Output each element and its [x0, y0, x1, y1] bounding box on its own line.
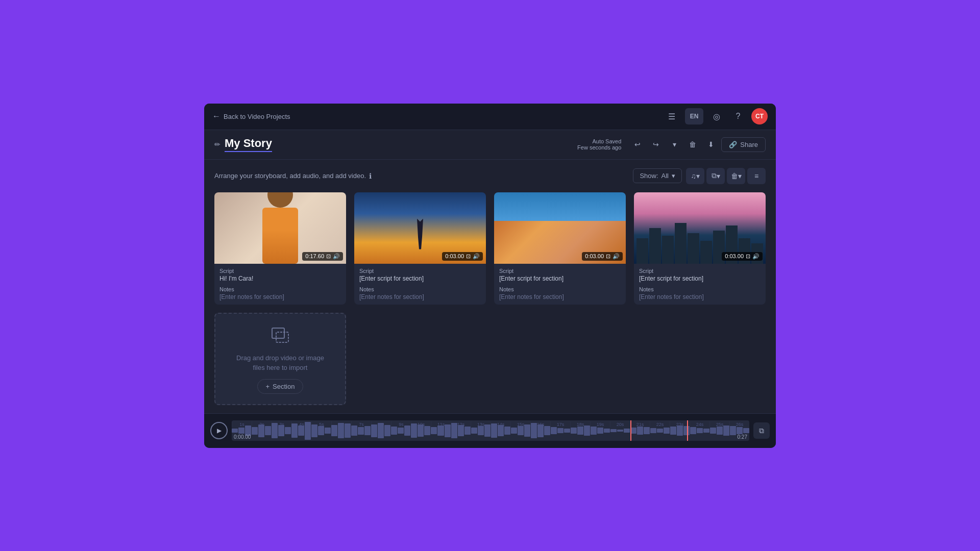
card-media-2: 0:03.00 ⊡ 🔊 — [354, 192, 486, 264]
add-section-label: Section — [273, 383, 295, 390]
play-button[interactable]: ▶ — [210, 422, 228, 439]
drop-zone-icon — [270, 324, 290, 347]
card-duration-2: 0:03.00 ⊡ 🔊 — [442, 252, 483, 261]
time-start: 0:00.00 — [234, 434, 251, 440]
auto-saved-label: Auto Saved — [577, 138, 621, 144]
history-dropdown-button[interactable]: ▾ — [666, 136, 682, 153]
language-button[interactable]: EN — [685, 108, 703, 124]
time-end: 0:27 — [738, 434, 747, 440]
script-label-1: Script — [219, 268, 341, 274]
card-duration-3: 0:03.00 ⊡ 🔊 — [582, 252, 623, 261]
back-label: Back to Video Projects — [224, 113, 290, 120]
show-label: Show: — [640, 172, 658, 180]
script-value-3[interactable]: [Enter script for section] — [499, 275, 621, 282]
download-icon: ⬇ — [708, 140, 714, 148]
trash-button[interactable]: 🗑▾ — [727, 168, 745, 184]
auto-saved-info: Auto Saved Few seconds ago — [577, 138, 621, 151]
card-media-4: 0:03.00 ⊡ 🔊 — [634, 192, 766, 264]
duration-value-4: 0:03.00 — [725, 253, 744, 259]
building-1 — [636, 238, 648, 264]
section-card-3[interactable]: 0:03.00 ⊡ 🔊 Script [Enter script for sec… — [494, 192, 626, 305]
volume-icon-3: 🔊 — [612, 253, 620, 260]
undo-icon: ↩ — [634, 140, 641, 148]
card-body-1: Script Hi! I'm Cara! Notes [Enter notes … — [214, 264, 346, 305]
section-card-2[interactable]: 0:03.00 ⊡ 🔊 Script [Enter script for sec… — [354, 192, 486, 305]
auto-saved-time: Few seconds ago — [577, 144, 621, 151]
back-to-projects-link[interactable]: ← Back to Video Projects — [212, 112, 290, 121]
lang-label: EN — [690, 113, 699, 120]
dropdown-icon: ▾ — [673, 140, 676, 148]
duration-value-1: 0:17.60 — [305, 253, 324, 259]
notes-label-4: Notes — [639, 286, 761, 292]
redo-button[interactable]: ↪ — [648, 136, 664, 153]
duration-value-3: 0:03.00 — [585, 253, 604, 259]
duration-value-2: 0:03.00 — [445, 253, 464, 259]
story-title: My Story — [225, 137, 272, 152]
fit-icon-1: ⊡ — [326, 253, 331, 260]
person-head — [267, 192, 293, 208]
avatar-label: CT — [755, 113, 764, 120]
section-card-1[interactable]: 0:17.60 ⊡ 🔊 Script Hi! I'm Cara! Notes [… — [214, 192, 346, 305]
app-window: ← Back to Video Projects ☰ EN ◎ ? CT ✏ M… — [204, 104, 776, 448]
card-body-2: Script [Enter script for section] Notes … — [354, 264, 486, 305]
volume-icon-1: 🔊 — [333, 253, 340, 260]
script-value-1[interactable]: Hi! I'm Cara! — [219, 275, 341, 282]
undo-button[interactable]: ↩ — [629, 136, 646, 153]
card-media-1: 0:17.60 ⊡ 🔊 — [214, 192, 346, 264]
notes-label-3: Notes — [499, 286, 621, 292]
menu-icon: ☰ — [668, 112, 675, 121]
share-button[interactable]: 🔗 Share — [721, 137, 766, 152]
card-body-3: Script [Enter script for section] Notes … — [494, 264, 626, 305]
building-5 — [688, 233, 699, 264]
storyboard-header: Arrange your storyboard, add audio, and … — [214, 168, 766, 184]
drop-zone-row: Drag and drop video or image files here … — [214, 313, 766, 405]
avatar-button[interactable]: CT — [751, 108, 768, 124]
drop-text-line1: Drag and drop video or image — [236, 354, 324, 362]
show-dropdown-icon: ▾ — [672, 172, 675, 180]
section-card-4[interactable]: 0:03.00 ⊡ 🔊 Script [Enter script for sec… — [634, 192, 766, 305]
list-view-button[interactable]: ≡ — [747, 168, 766, 184]
notes-value-1[interactable]: [Enter notes for section] — [219, 293, 341, 300]
fit-icon-3: ⊡ — [606, 253, 610, 260]
section-marker-3 — [687, 420, 688, 441]
notes-value-4[interactable]: [Enter notes for section] — [639, 293, 761, 300]
delete-icon: 🗑 — [689, 140, 696, 148]
waveform — [232, 420, 749, 441]
notes-label-1: Notes — [219, 286, 341, 292]
share-label: Share — [740, 141, 758, 148]
drop-zone[interactable]: Drag and drop video or image files here … — [214, 313, 346, 405]
toolbar-buttons: ♫▾ ⧉▾ 🗑▾ ≡ — [686, 168, 766, 184]
add-section-button[interactable]: + Section — [257, 379, 304, 394]
menu-button[interactable]: ☰ — [664, 108, 680, 124]
svg-rect-0 — [272, 328, 284, 338]
section-marker-2 — [630, 420, 631, 441]
notes-value-2[interactable]: [Enter notes for section] — [359, 293, 481, 300]
drop-text: Drag and drop video or image files here … — [236, 353, 324, 373]
building-2 — [649, 228, 661, 264]
notes-value-3[interactable]: [Enter notes for section] — [499, 293, 621, 300]
trash-icon: 🗑 — [731, 172, 738, 180]
layers-icon: ⧉ — [759, 427, 764, 435]
back-arrow-icon: ← — [212, 112, 220, 121]
play-icon: ▶ — [217, 427, 222, 434]
settings-button[interactable]: ◎ — [708, 108, 725, 124]
person-body — [262, 208, 298, 264]
storyboard-area: Arrange your storyboard, add audio, and … — [204, 160, 776, 413]
timeline-layers-button[interactable]: ⧉ — [753, 422, 770, 439]
info-icon[interactable]: ℹ — [369, 172, 372, 180]
timeline-track[interactable]: 1s2s3s4s5s6s7s8s9s10s11s12s13s14s15s16s1… — [232, 420, 749, 441]
script-label-3: Script — [499, 268, 621, 274]
settings-icon: ◎ — [713, 112, 720, 121]
card-duration-4: 0:03.00 ⊡ 🔊 — [722, 252, 763, 261]
delete-button[interactable]: 🗑 — [684, 136, 701, 153]
storyboard-hint: Arrange your storyboard, add audio, and … — [214, 172, 366, 180]
music-button[interactable]: ♫▾ — [686, 168, 704, 184]
building-6 — [700, 241, 712, 264]
show-filter-button[interactable]: Show: All ▾ — [633, 168, 682, 183]
help-button[interactable]: ? — [730, 108, 746, 124]
download-button[interactable]: ⬇ — [703, 136, 719, 153]
script-value-2[interactable]: [Enter script for section] — [359, 275, 481, 282]
script-value-4[interactable]: [Enter script for section] — [639, 275, 761, 282]
copy-button[interactable]: ⧉▾ — [706, 168, 725, 184]
top-nav: ← Back to Video Projects ☰ EN ◎ ? CT — [204, 104, 776, 130]
